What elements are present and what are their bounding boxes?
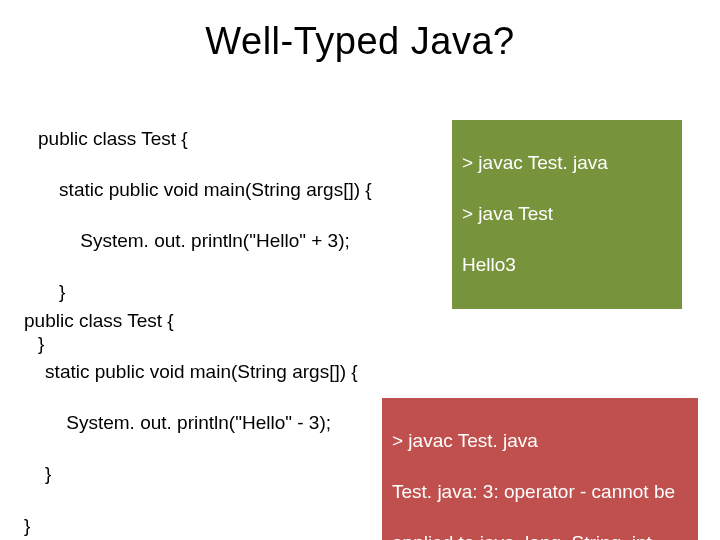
output-line: > java Test <box>462 201 672 227</box>
code-block-minus: public class Test { static public void m… <box>24 282 358 540</box>
output-success-box: > javac Test. java > java Test Hello3 <box>452 120 682 309</box>
code-line: static public void main(String args[]) { <box>38 177 372 203</box>
output-line: > javac Test. java <box>392 428 688 454</box>
code-line: public class Test { <box>24 308 358 334</box>
code-line: } <box>24 461 358 487</box>
output-line: applied to java. lang. String, int <box>392 530 688 540</box>
code-line: static public void main(String args[]) { <box>24 359 358 385</box>
output-error-box: > javac Test. java Test. java: 3: operat… <box>382 398 698 540</box>
code-line: System. out. println("Hello" + 3); <box>38 228 372 254</box>
slide-title: Well-Typed Java? <box>0 20 720 63</box>
code-line: public class Test { <box>38 126 372 152</box>
output-line: > javac Test. java <box>462 150 672 176</box>
code-line: System. out. println("Hello" - 3); <box>24 410 358 436</box>
output-line: Hello3 <box>462 252 672 278</box>
code-line: } <box>24 513 358 539</box>
output-line: Test. java: 3: operator - cannot be <box>392 479 688 505</box>
